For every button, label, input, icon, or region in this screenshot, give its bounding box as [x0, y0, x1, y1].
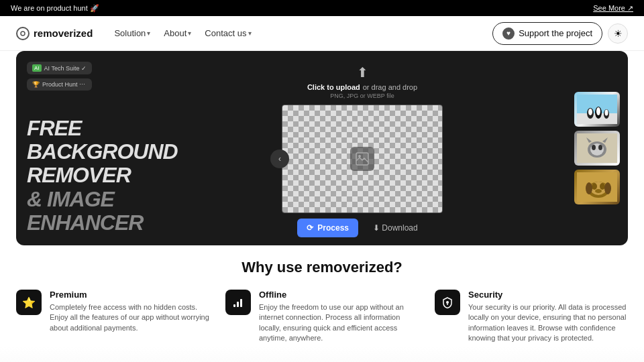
svg-rect-28 — [240, 299, 242, 307]
hero-thumbnails — [574, 51, 628, 245]
process-button[interactable]: ⟳ Process — [297, 219, 358, 237]
hero-title-line2: BACKGROUND — [27, 140, 140, 164]
svg-point-23 — [595, 189, 602, 193]
svg-point-14 — [592, 145, 596, 150]
hero-center: ⬆ Click to upload or drag and drop PNG, … — [150, 51, 574, 245]
navbar: removerized Solution ▾ About ▾ Contact u… — [0, 16, 644, 51]
hero-actions: ⟳ Process ⬇ Download — [297, 219, 427, 237]
chevron-down-icon: ▾ — [248, 29, 252, 37]
aits-icon: AI — [32, 64, 42, 72]
nav-solution-label: Solution — [114, 28, 146, 38]
svg-point-0 — [21, 32, 25, 36]
aits-badge: AI AI Tech Suite ✓ — [27, 62, 92, 74]
why-section: Why use removerized? ⭐ Premium Completel… — [0, 245, 644, 344]
features-list: ⭐ Premium Completely free access with no… — [16, 290, 628, 344]
hero-title-line1: FREE — [27, 117, 140, 140]
process-icon: ⟳ — [307, 223, 313, 233]
canvas-area[interactable]: ‹ — [282, 105, 443, 213]
svg-rect-26 — [233, 304, 235, 307]
why-title: Why use removerized? — [16, 259, 628, 276]
aits-label: AI Tech Suite ✓ — [44, 65, 87, 72]
premium-icon: ⭐ — [16, 290, 42, 315]
feature-security: Security Your security is our priority. … — [435, 290, 628, 344]
top-banner: We are on product hunt 🚀 See More ↗ — [0, 0, 644, 16]
thumbnail-dog[interactable] — [574, 170, 620, 204]
banner-left: We are on product hunt 🚀 — [11, 4, 99, 13]
hero-title-line3: REMOVER — [27, 164, 140, 187]
upload-hint: Click to upload or drag and drop — [307, 83, 417, 91]
banner-right[interactable]: See More ↗ — [593, 4, 633, 13]
svg-point-22 — [600, 183, 605, 190]
offline-icon — [225, 290, 251, 315]
support-button[interactable]: ♥ Support the project — [492, 22, 602, 45]
banner-left-text: We are on product hunt 🚀 — [11, 4, 99, 13]
hero-title-line5: ENHANCER — [27, 211, 140, 235]
chevron-left-icon: ‹ — [278, 154, 281, 164]
nav-contact-label: Contact us — [205, 28, 246, 38]
bottom-partial — [0, 347, 644, 362]
ph-icon: 🏆 — [32, 81, 40, 88]
svg-point-25 — [604, 182, 611, 194]
feature-offline-content: Offline Enjoy the freedom to use our app… — [259, 290, 419, 344]
download-button[interactable]: ⬇ Download — [364, 219, 427, 237]
logo-icon — [16, 27, 30, 40]
chevron-down-icon: ▾ — [147, 29, 150, 37]
upload-subtext: PNG, JPG or WEBP file — [307, 93, 417, 99]
canvas-nav-left[interactable]: ‹ — [270, 149, 289, 168]
svg-point-21 — [592, 183, 597, 190]
thumbnail-penguins[interactable] — [574, 92, 620, 127]
nav-solution[interactable]: Solution ▾ — [109, 24, 156, 42]
hero-badges: AI AI Tech Suite ✓ 🏆 Product Hunt ⋯ — [27, 62, 92, 90]
feature-offline: Offline Enjoy the freedom to use our app… — [225, 290, 419, 344]
svg-point-24 — [586, 182, 592, 194]
svg-point-10 — [605, 110, 608, 116]
ph-badge: 🏆 Product Hunt ⋯ — [27, 78, 92, 90]
svg-point-29 — [446, 301, 449, 304]
security-icon — [435, 290, 460, 315]
nav-about[interactable]: About ▾ — [158, 24, 197, 42]
svg-point-8 — [596, 107, 600, 115]
feature-premium: ⭐ Premium Completely free access with no… — [16, 290, 209, 344]
hero-title-line4: & IMAGE — [27, 188, 140, 211]
feature-premium-content: Premium Completely free access with no h… — [50, 290, 209, 344]
theme-toggle-button[interactable]: ☀ — [608, 23, 628, 44]
feature-premium-title: Premium — [50, 290, 209, 300]
feature-premium-desc: Completely free access with no hidden co… — [50, 302, 209, 333]
nav-links: Solution ▾ About ▾ Contact us ▾ — [109, 24, 476, 42]
upload-or-text: or drag and drop — [363, 83, 417, 91]
nav-about-label: About — [164, 28, 186, 38]
svg-rect-27 — [237, 302, 239, 307]
heart-icon: ♥ — [502, 27, 515, 40]
logo-text: removerized — [34, 27, 93, 39]
hero-title: FREE BACKGROUND REMOVER & IMAGE ENHANCER — [27, 117, 140, 235]
canvas-placeholder-icon — [350, 147, 374, 171]
svg-point-6 — [588, 109, 592, 115]
feature-security-title: Security — [468, 290, 628, 300]
sun-icon: ☀ — [614, 28, 623, 39]
ph-label: Product Hunt ⋯ — [42, 81, 85, 88]
feature-security-content: Security Your security is our priority. … — [468, 290, 628, 344]
feature-security-desc: Your security is our priority. All data … — [468, 302, 628, 344]
feature-offline-title: Offline — [259, 290, 419, 300]
support-button-label: Support the project — [519, 28, 592, 38]
feature-offline-desc: Enjoy the freedom to use our app without… — [259, 302, 419, 344]
process-label: Process — [317, 223, 349, 233]
upload-cloud-icon: ⬆ — [307, 64, 417, 80]
logo[interactable]: removerized — [16, 27, 93, 40]
nav-contact[interactable]: Contact us ▾ — [199, 24, 256, 42]
chevron-down-icon: ▾ — [188, 29, 191, 37]
thumbnail-cat[interactable] — [574, 131, 620, 166]
svg-point-13 — [590, 143, 604, 156]
banner-right-text: See More ↗ — [593, 4, 633, 13]
hero-section: AI AI Tech Suite ✓ 🏆 Product Hunt ⋯ FREE… — [16, 51, 628, 245]
upload-click-text: Click to upload — [307, 83, 360, 91]
svg-point-15 — [598, 145, 602, 150]
nav-right: ♥ Support the project ☀ — [492, 22, 628, 45]
svg-point-2 — [358, 155, 361, 158]
download-label: ⬇ Download — [373, 223, 418, 233]
